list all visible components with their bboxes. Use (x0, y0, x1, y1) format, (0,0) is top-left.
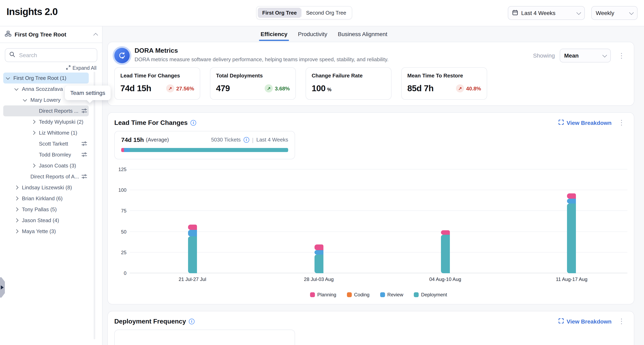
tree-item[interactable]: Tony Pallas (5) (3, 204, 89, 215)
info-icon[interactable]: i (244, 137, 249, 142)
x-tick-label: 28 Jul-03 Aug (304, 276, 334, 282)
date-range-select[interactable]: Last 4 Weeks (508, 6, 585, 20)
tree-item[interactable]: Jason Coats (3) (3, 160, 89, 171)
tree-item[interactable]: Lindsay Liszewski (8) (3, 182, 89, 193)
delta-badge: ↗27.56% (166, 84, 194, 92)
lead-time-kebab-menu[interactable]: ⋮ (616, 118, 628, 127)
deployment-frequency-title: Deployment Frequency (114, 318, 186, 325)
top-bar: Insights 2.0 First Org TreeSecond Org Tr… (0, 0, 644, 26)
info-icon[interactable]: i (190, 120, 196, 126)
sidebar-scrollbar[interactable] (94, 72, 95, 339)
chevron-right-icon[interactable] (12, 219, 20, 222)
chevron-down-icon[interactable] (4, 77, 11, 79)
lead-time-chart: 0255075100125 (114, 170, 628, 273)
y-axis: 0255075100125 (114, 170, 130, 273)
tree-item[interactable]: Liz Whittome (1) (3, 127, 89, 138)
chevron-right-icon[interactable] (30, 131, 37, 134)
gridline (130, 210, 628, 211)
team-settings-icon[interactable] (82, 152, 87, 158)
dora-kebab-menu[interactable]: ⋮ (616, 51, 628, 60)
team-settings-icon[interactable] (82, 141, 87, 148)
tree-item[interactable]: Direct Reports ... (3, 106, 89, 116)
tree-item-label: Teddy Wylupski (2) (39, 119, 83, 125)
tree-item-label: Brian Kirkland (6) (22, 196, 62, 202)
dora-description: DORA metrics measure software delivery p… (134, 56, 388, 62)
lead-time-view-breakdown-link[interactable]: View Breakdown (558, 120, 612, 126)
stacked-bar (188, 224, 197, 273)
tree-item[interactable]: Direct Reports of A... (3, 171, 89, 182)
tab-efficiency[interactable]: Efficiency (260, 31, 287, 41)
granularity-select[interactable]: Weekly (591, 6, 638, 20)
tree-item-label: Scott Tarkett (39, 141, 68, 147)
tree-item[interactable]: First Org Tree Root (1) (3, 72, 89, 84)
chart-legend: PlanningCodingReviewDeployment (130, 292, 628, 298)
gridline (130, 169, 628, 170)
tree-item[interactable]: Brian Kirkland (6) (3, 193, 89, 204)
tree-item[interactable]: Maya Yette (3) (3, 226, 89, 237)
deployment-frequency-kebab-menu[interactable]: ⋮ (616, 317, 628, 326)
stat-card-unit: % (327, 87, 331, 92)
tree-item[interactable]: Jason Stead (4) (3, 215, 89, 226)
gridline (130, 231, 628, 232)
tree-item[interactable]: Todd Bromley (3, 149, 89, 160)
search-input[interactable] (18, 52, 93, 59)
bar-segment-planning (188, 224, 197, 230)
bar-segment-review (188, 230, 197, 236)
org-toggle-option[interactable]: Second Org Tree (302, 8, 351, 18)
dora-stat-cards: Lead Time For Changes74d 15h↗27.56%Total… (114, 67, 628, 100)
stacked-bar (314, 244, 323, 273)
team-settings-icon[interactable] (82, 174, 87, 180)
chevron-down-icon[interactable] (21, 99, 28, 101)
tree-item-label: Lindsay Liszewski (8) (22, 184, 72, 190)
info-icon[interactable]: i (189, 318, 194, 324)
tree-item[interactable]: Teddy Wylupski (2) (3, 116, 89, 127)
chevron-right-icon[interactable] (30, 120, 37, 123)
collapse-sidebar-chevron-icon[interactable] (94, 33, 98, 38)
tab-business-alignment[interactable]: Business Alignment (338, 31, 387, 41)
chevron-right-icon[interactable] (30, 164, 37, 167)
team-settings-icon[interactable] (82, 108, 87, 115)
app-title: Insights 2.0 (6, 6, 58, 18)
tree-item-label: Anna Scozzafava (22, 86, 63, 92)
expand-all-button[interactable]: Expand All (6, 65, 96, 71)
org-toggle-option[interactable]: First Org Tree (258, 8, 301, 18)
tree-item[interactable]: Scott Tarkett (3, 138, 89, 149)
gridline (130, 273, 628, 273)
progress-segment-planning (121, 148, 124, 152)
org-tree-toggle: First Org TreeSecond Org Tree (256, 6, 352, 20)
legend-swatch (310, 292, 315, 297)
tab-productivity[interactable]: Productivity (298, 31, 327, 41)
legend-swatch (380, 292, 385, 297)
y-tick-label: 50 (121, 229, 126, 234)
lead-time-title: Lead Time For Changes (114, 119, 188, 126)
chevron-right-icon[interactable] (12, 186, 20, 189)
main-tabs: EfficiencyProductivityBusiness Alignment (102, 26, 644, 41)
bar-segment-deployment (188, 236, 197, 273)
deployment-frequency-view-breakdown-link[interactable]: View Breakdown (558, 318, 612, 324)
aggregation-select[interactable]: Mean (560, 49, 611, 62)
showing-label: Showing (533, 52, 555, 59)
legend-item-review: Review (380, 292, 403, 298)
bar-segment-review (567, 199, 576, 204)
bar-segment-review (314, 250, 323, 254)
chevron-right-icon[interactable] (12, 197, 20, 200)
y-tick-label: 0 (124, 270, 126, 276)
sidebar-search (5, 48, 97, 62)
legend-label: Deployment (421, 292, 447, 298)
stat-card: Mean Time To Restore85d 7h↗40.8% (401, 67, 487, 100)
search-icon (9, 52, 15, 59)
tickets-count: 5030 Tickets (211, 136, 241, 143)
expand-corners-icon (558, 120, 564, 126)
stat-card: Change Failure Rate100% (306, 67, 392, 100)
bar-segment-deployment (441, 235, 450, 273)
stat-card-title: Total Deployments (216, 72, 290, 79)
legend-item-deployment: Deployment (414, 292, 447, 298)
delta-badge: ↗3.68% (265, 84, 290, 92)
chevron-right-icon[interactable] (12, 208, 20, 211)
chevron-right-icon[interactable] (12, 230, 20, 233)
stacked-bar (567, 194, 576, 273)
tree-item-label: Jason Stead (4) (22, 217, 59, 224)
chevron-down-icon[interactable] (12, 88, 20, 90)
x-axis-labels: 21 Jul-27 Jul28 Jul-03 Aug04 Aug-10 Aug1… (130, 276, 628, 284)
chevron-down-icon (629, 10, 634, 15)
